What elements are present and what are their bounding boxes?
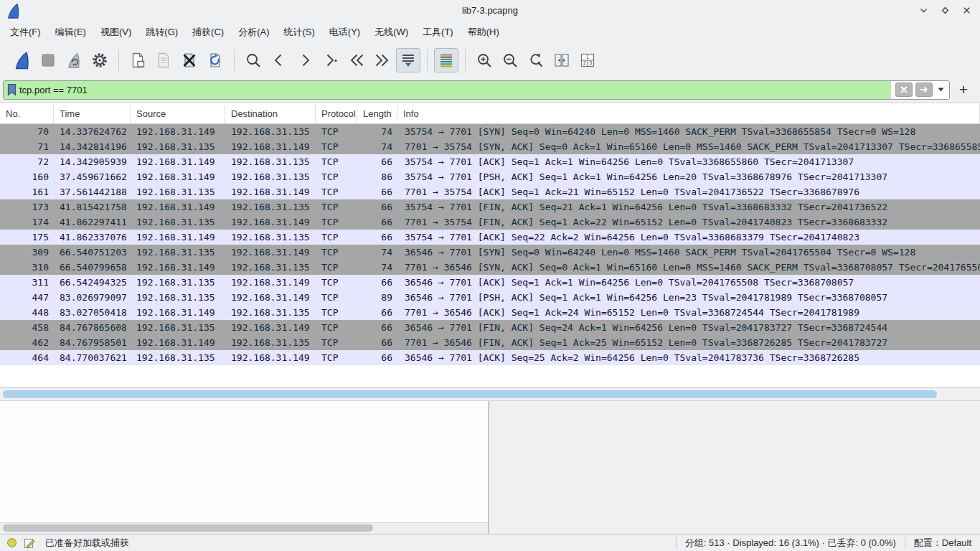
restart-capture-icon[interactable] (62, 48, 86, 72)
packet-row[interactable]: 44883.027050418192.168.31.149192.168.31.… (0, 305, 980, 320)
menu-analyze[interactable]: 分析(A) (231, 22, 276, 42)
capture-comment-icon[interactable] (24, 537, 35, 549)
filter-bookmark-icon[interactable] (4, 83, 19, 96)
cell-length: 66 (357, 275, 397, 290)
close-button[interactable] (961, 6, 971, 16)
minimize-button[interactable] (918, 6, 928, 16)
cell-destination: 192.168.31.135 (225, 154, 316, 169)
find-packet-icon[interactable] (241, 48, 265, 72)
stop-capture-icon[interactable] (36, 48, 60, 72)
cell-length: 66 (357, 305, 397, 320)
display-filter-input[interactable] (19, 81, 891, 99)
layout-chooser-icon[interactable]: 123 (575, 48, 600, 72)
add-filter-button[interactable]: + (954, 81, 973, 98)
main-toolbar: 123 (0, 43, 980, 77)
auto-scroll-icon[interactable] (396, 48, 420, 72)
go-to-packet-icon[interactable] (319, 48, 343, 72)
packet-row[interactable]: 45884.767865608192.168.31.135192.168.31.… (0, 320, 980, 335)
menu-statistics[interactable]: 统计(S) (276, 22, 321, 42)
cell-source: 192.168.31.135 (131, 290, 225, 305)
menu-edit[interactable]: 编辑(E) (48, 22, 93, 42)
maximize-button[interactable] (940, 6, 950, 16)
column-header-length[interactable]: Length (357, 103, 397, 123)
column-header-info[interactable]: Info (397, 103, 980, 123)
cell-info: 35754 → 7701 [PSH, ACK] Seq=1 Ack=1 Win=… (397, 169, 980, 184)
column-header-destination[interactable]: Destination (225, 103, 316, 123)
packet-details-pane[interactable] (0, 401, 489, 534)
cell-source: 192.168.31.135 (131, 350, 225, 365)
packet-list-header: No.TimeSourceDestinationProtocolLengthIn… (0, 103, 980, 124)
column-header-time[interactable]: Time (54, 103, 131, 123)
packet-bytes-pane[interactable] (489, 401, 980, 534)
go-back-icon[interactable] (267, 48, 291, 72)
column-header-source[interactable]: Source (131, 103, 225, 123)
packet-row[interactable]: 17441.862297411192.168.31.135192.168.31.… (0, 215, 980, 230)
filter-dropdown-icon[interactable] (936, 83, 946, 97)
cell-info: 7701 → 35754 [ACK] Seq=1 Ack=21 Win=6515… (397, 184, 980, 199)
cell-source: 192.168.31.149 (131, 199, 225, 215)
profile-selector[interactable]: 配置：Default (914, 537, 971, 550)
start-capture-icon[interactable] (10, 48, 34, 72)
cell-info: 36546 → 7701 [PSH, ACK] Seq=1 Ack=1 Win=… (397, 290, 980, 305)
zoom-out-icon[interactable] (498, 48, 522, 72)
cell-no: 160 (0, 169, 54, 184)
details-hscrollbar[interactable] (0, 522, 488, 534)
packet-row[interactable]: 44783.026979097192.168.31.135192.168.31.… (0, 290, 980, 305)
details-hscrollbar-thumb[interactable] (3, 524, 373, 532)
cell-time: 14.342814196 (54, 139, 131, 154)
menu-tools[interactable]: 工具(T) (415, 22, 461, 42)
first-packet-icon[interactable] (344, 48, 369, 72)
packet-row[interactable]: 7214.342905939192.168.31.149192.168.31.1… (0, 154, 980, 169)
packet-row[interactable]: 17541.862337076192.168.31.149192.168.31.… (0, 230, 980, 245)
apply-filter-icon[interactable] (915, 83, 933, 97)
cell-length: 74 (357, 139, 397, 154)
zoom-reset-icon[interactable] (524, 48, 548, 72)
cell-time: 84.767865608 (54, 320, 131, 335)
go-forward-icon[interactable] (293, 48, 317, 72)
save-file-icon[interactable] (151, 48, 176, 72)
capture-options-icon[interactable] (88, 48, 112, 72)
close-file-icon[interactable] (177, 48, 202, 72)
resize-columns-icon[interactable] (550, 48, 574, 72)
packet-list-hscrollbar[interactable] (0, 387, 980, 401)
menu-telephony[interactable]: 电话(Y) (322, 22, 367, 42)
cell-info: 36546 → 7701 [SYN] Seq=0 Win=64240 Len=0… (397, 245, 980, 260)
titlebar: lib7-3.pcapng (0, 0, 980, 21)
open-file-icon[interactable] (126, 48, 150, 72)
column-header-no[interactable]: No. (0, 103, 54, 123)
colorize-icon[interactable] (434, 48, 458, 72)
packet-row[interactable]: 30966.540751203192.168.31.135192.168.31.… (0, 245, 980, 260)
hscrollbar-thumb[interactable] (3, 390, 937, 398)
menu-wireless[interactable]: 无线(W) (367, 22, 415, 42)
column-header-protocol[interactable]: Protocol (316, 103, 357, 123)
expert-info-icon[interactable] (7, 538, 17, 547)
menu-go[interactable]: 跳转(G) (138, 22, 185, 42)
layout-number-1: 1 (586, 55, 589, 60)
packet-row[interactable]: 16137.561442188192.168.31.135192.168.31.… (0, 184, 980, 199)
menu-help[interactable]: 帮助(H) (461, 22, 507, 42)
cell-no: 175 (0, 230, 54, 245)
cell-info: 35754 → 7701 [FIN, ACK] Seq=21 Ack=1 Win… (397, 199, 980, 215)
layout-number-2: 2 (583, 60, 586, 65)
cell-info: 7701 → 36546 [FIN, ACK] Seq=1 Ack=25 Win… (397, 335, 980, 350)
packet-row[interactable]: 46484.770037621192.168.31.135192.168.31.… (0, 350, 980, 365)
packet-row[interactable]: 46284.767958501192.168.31.149192.168.31.… (0, 335, 980, 350)
packet-row[interactable]: 17341.815421758192.168.31.149192.168.31.… (0, 199, 980, 215)
display-filter-field[interactable] (3, 80, 950, 100)
menu-view[interactable]: 视图(V) (93, 22, 138, 42)
menu-capture[interactable]: 捕获(C) (185, 22, 231, 42)
cell-destination: 192.168.31.135 (225, 335, 316, 350)
filter-bar: + (0, 77, 980, 103)
packet-row[interactable]: 16037.459671662192.168.31.149192.168.31.… (0, 169, 980, 184)
reload-file-icon[interactable] (203, 48, 227, 72)
cell-no: 174 (0, 215, 54, 230)
cell-time: 84.767958501 (54, 335, 131, 350)
packet-row[interactable]: 7114.342814196192.168.31.135192.168.31.1… (0, 139, 980, 154)
menu-file[interactable]: 文件(F) (3, 22, 48, 42)
zoom-in-icon[interactable] (472, 48, 496, 72)
packet-row[interactable]: 31066.540799658192.168.31.149192.168.31.… (0, 260, 980, 275)
packet-row[interactable]: 7014.337624762192.168.31.149192.168.31.1… (0, 124, 980, 139)
packet-row[interactable]: 31166.542494325192.168.31.135192.168.31.… (0, 275, 980, 290)
clear-filter-icon[interactable] (895, 83, 913, 97)
last-packet-icon[interactable] (370, 48, 395, 72)
